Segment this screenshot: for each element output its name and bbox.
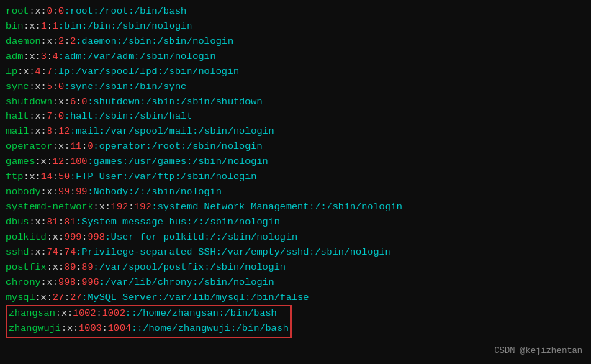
terminal-line: halt:x:7:0:halt:/sbin:/sbin/halt (6, 109, 585, 124)
terminal-line: games:x:12:100:games:/usr/games:/sbin/no… (6, 155, 585, 170)
terminal-line: sshd:x:74:74:Privilege-separated SSH:/va… (6, 245, 585, 260)
terminal-line: root:x:0:0:root:/root:/bin/bash (6, 4, 585, 19)
terminal-line: zhangwuji:x:1003:1004::/home/zhangwuji:/… (9, 322, 289, 337)
terminal-line: polkitd:x:999:998:User for polkitd:/:/sb… (6, 230, 585, 245)
terminal-line: daemon:x:2:2:daemon:/sbin:/sbin/nologin (6, 35, 585, 50)
terminal-line: lp:x:4:7:lp:/var/spool/lpd:/sbin/nologin (6, 65, 585, 80)
terminal: root:x:0:0:root:/root:/bin/bashbin:x:1:1… (0, 0, 591, 342)
terminal-line: nobody:x:99:99:Nobody:/:/sbin/nologin (6, 185, 585, 200)
terminal-line: sync:x:5:0:sync:/sbin:/bin/sync (6, 80, 585, 95)
watermark: CSDN @kejizhentan (495, 345, 582, 358)
terminal-line: chrony:x:998:996:/var/lib/chrony:/sbin/n… (6, 276, 585, 291)
terminal-line: mail:x:8:12:mail:/var/spool/mail:/sbin/n… (6, 124, 585, 140)
terminal-line: ftp:x:14:50:FTP User:/var/ftp:/sbin/nolo… (6, 170, 585, 185)
terminal-line: bin:x:1:1:bin:/bin:/sbin/nologin (6, 19, 585, 35)
terminal-line: postfix:x:89:89:/var/spool/postfix:/sbin… (6, 260, 585, 276)
terminal-line: operator:x:11:0:operator:/root:/sbin/nol… (6, 140, 585, 155)
terminal-line: systemd-network:x:192:192:systemd Networ… (6, 200, 585, 215)
terminal-line: shutdown:x:6:0:shutdown:/sbin:/sbin/shut… (6, 95, 585, 110)
terminal-line: mysql:x:27:27:MySQL Server:/var/lib/mysq… (6, 291, 585, 306)
terminal-line: dbus:x:81:81:System message bus:/:/sbin/… (6, 215, 585, 230)
terminal-line: adm:x:3:4:adm:/var/adm:/sbin/nologin (6, 50, 585, 65)
terminal-line: zhangsan:x:1002:1002::/home/zhangsan:/bi… (9, 306, 289, 322)
highlighted-section: zhangsan:x:1002:1002::/home/zhangsan:/bi… (6, 305, 292, 338)
